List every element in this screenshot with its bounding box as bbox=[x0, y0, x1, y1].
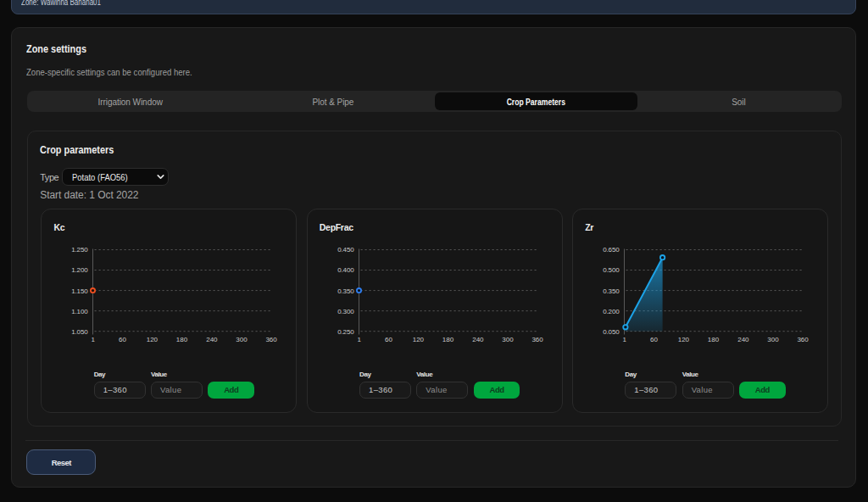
svg-text:180: 180 bbox=[442, 336, 454, 343]
svg-text:1: 1 bbox=[92, 336, 96, 343]
svg-text:180: 180 bbox=[708, 336, 720, 343]
svg-text:1.200: 1.200 bbox=[72, 266, 89, 274]
svg-text:0.050: 0.050 bbox=[603, 328, 620, 336]
svg-text:0.350: 0.350 bbox=[603, 287, 620, 295]
svg-text:0.350: 0.350 bbox=[337, 287, 354, 295]
svg-text:180: 180 bbox=[176, 336, 188, 343]
svg-text:60: 60 bbox=[385, 336, 392, 343]
svg-text:360: 360 bbox=[266, 336, 278, 343]
svg-text:120: 120 bbox=[413, 336, 425, 343]
svg-text:60: 60 bbox=[119, 336, 126, 343]
svg-text:60: 60 bbox=[650, 336, 658, 343]
svg-text:240: 240 bbox=[472, 336, 484, 343]
svg-text:300: 300 bbox=[767, 336, 779, 343]
svg-text:0.650: 0.650 bbox=[603, 246, 620, 254]
svg-text:1.100: 1.100 bbox=[72, 308, 89, 315]
svg-text:1: 1 bbox=[623, 336, 627, 343]
svg-text:1.250: 1.250 bbox=[72, 246, 89, 254]
svg-text:120: 120 bbox=[147, 336, 159, 343]
svg-text:0.400: 0.400 bbox=[337, 266, 354, 274]
svg-text:360: 360 bbox=[531, 336, 543, 343]
svg-text:120: 120 bbox=[678, 336, 690, 343]
svg-text:300: 300 bbox=[236, 336, 248, 343]
svg-text:0.500: 0.500 bbox=[603, 266, 620, 274]
svg-text:0.250: 0.250 bbox=[337, 328, 354, 336]
svg-text:1.050: 1.050 bbox=[72, 328, 89, 336]
svg-text:0.200: 0.200 bbox=[603, 308, 620, 315]
svg-text:240: 240 bbox=[207, 336, 219, 343]
svg-text:1.150: 1.150 bbox=[72, 287, 89, 295]
svg-text:300: 300 bbox=[502, 336, 514, 343]
svg-text:1: 1 bbox=[357, 336, 361, 343]
svg-text:0.300: 0.300 bbox=[337, 308, 354, 315]
svg-text:240: 240 bbox=[737, 336, 749, 343]
svg-text:0.450: 0.450 bbox=[337, 246, 354, 254]
svg-text:360: 360 bbox=[798, 336, 810, 343]
